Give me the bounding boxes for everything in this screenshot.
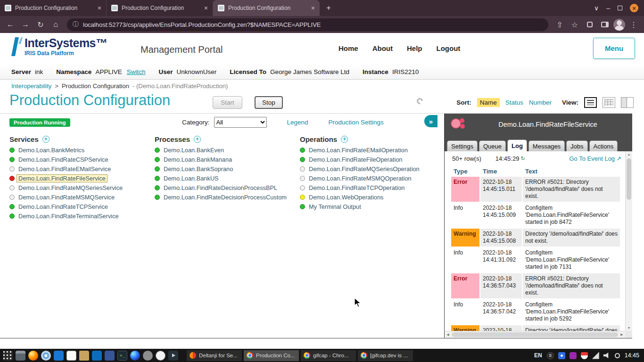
legend-link[interactable]: Legend [287,119,308,126]
gimp-icon[interactable] [143,351,153,361]
bookmark-star-icon[interactable]: ☆ [568,18,581,31]
config-item[interactable]: Demo.Loan.FindRateFileOperation [300,155,444,164]
media-icon[interactable] [168,351,178,361]
home-button[interactable]: ⌂ [49,18,62,31]
config-item[interactable]: Demo.Loan.FindRateMSMQOperation [300,173,444,183]
tab-close-icon[interactable]: × [204,4,208,12]
chat-icon[interactable] [570,352,577,359]
window-maximize-button[interactable] [618,6,622,10]
view-grid-icon[interactable] [603,97,615,108]
menu-button[interactable]: Menu [593,38,635,59]
extensions-icon[interactable] [583,18,596,31]
panel-tab-messages[interactable]: Messages [528,140,565,151]
language-indicator[interactable]: EN [534,352,542,359]
tab-search-chevron-icon[interactable]: ∨ [594,5,599,11]
start-button[interactable]: Start [213,96,242,109]
taskbar-window[interactable]: Production Co... [244,350,299,361]
sort-number[interactable]: Number [529,99,552,106]
mail-icon[interactable] [54,351,64,361]
add-processes-icon[interactable]: + [194,136,201,143]
tab-close-icon[interactable]: × [98,4,101,12]
sort-name[interactable]: Name [477,98,500,107]
browser-tab[interactable]: Production Configuration× [213,0,320,16]
config-item[interactable]: Demo.Loan.FindRateTerminalService [9,211,155,221]
config-item[interactable]: Demo.Loan.FindRateDecisionProcessBPL [155,183,300,192]
nav-home[interactable]: Home [339,44,358,52]
config-item[interactable]: Demo.Loan.BankMetrics [9,145,155,155]
panel-vertical-scrollbar[interactable]: ▲ ▼ [625,151,632,331]
volume-icon[interactable] [603,352,611,359]
vertical-scroll-thumb[interactable] [627,158,631,200]
panel-tab-actions[interactable]: Actions [589,140,618,151]
forward-button[interactable]: → [19,18,32,31]
view-split-icon[interactable] [621,97,634,108]
nav-logout[interactable]: Logout [437,44,461,52]
nav-help[interactable]: Help [407,44,422,52]
config-item[interactable]: Demo.Loan.FindRateEMailService [9,164,155,173]
new-tab-button[interactable]: + [322,2,335,14]
production-settings-link[interactable]: Production Settings [329,119,384,126]
taskbar-window[interactable]: gifcap - Chro... [301,350,356,361]
panel-tab-settings[interactable]: Settings [447,140,478,151]
terminal-icon[interactable] [117,351,127,361]
add-services-icon[interactable]: + [42,136,50,143]
folder-icon[interactable] [79,351,89,361]
shield-icon[interactable] [581,352,588,359]
network-icon[interactable] [592,352,599,359]
scroll-down-icon[interactable]: ▼ [626,325,632,331]
config-item[interactable]: Demo.Loan.BankUS [155,173,300,183]
camera-icon[interactable] [558,352,565,359]
panel-tab-log[interactable]: Log [507,140,527,151]
screenshot-icon[interactable] [156,351,165,361]
config-item[interactable]: Demo.Loan.FindRateTCPService [9,202,155,211]
scroll-right-icon[interactable]: ▶ [619,333,625,337]
scroll-left-icon[interactable]: ◀ [445,333,451,337]
panel-horizontal-scrollbar[interactable]: ◀ ▶ [445,331,625,338]
config-item[interactable]: Demo.Loan.FindRateDecisionProcessCustom [155,192,300,202]
firefox-dev-icon[interactable] [130,351,140,361]
sort-status[interactable]: Status [505,99,523,106]
site-info-icon[interactable]: ⓘ [73,20,79,29]
nav-about[interactable]: About [372,44,393,52]
add-operations-icon[interactable]: + [341,136,348,143]
browser-tab[interactable]: Production Configuration× [0,0,107,16]
side-panel-icon[interactable] [598,18,611,31]
horizontal-scroll-thumb[interactable] [452,332,618,337]
config-item[interactable]: Demo.Loan.BankManana [155,155,300,164]
share-icon[interactable]: ⇧ [553,18,566,31]
window-minimize-button[interactable]: – [606,5,610,11]
show-apps-icon[interactable] [3,351,13,361]
panel-tab-queue[interactable]: Queue [479,140,506,151]
scroll-up-icon[interactable]: ▲ [626,151,632,157]
vscode-icon[interactable] [92,351,102,361]
view-list-icon[interactable] [584,97,597,108]
browser-tab[interactable]: Production Configuration× [107,0,213,16]
back-button[interactable]: ← [4,18,17,31]
config-item[interactable]: Demo.Loan.FindRateFileService [9,173,155,183]
panel-tab-jobs[interactable]: Jobs [566,140,587,151]
breadcrumb-interoperability[interactable]: Interoperability [11,82,51,90]
category-select[interactable]: All [214,117,267,128]
browser-menu-icon[interactable]: ⋮ [627,18,640,31]
power-icon[interactable] [615,353,620,358]
text-editor-icon[interactable] [66,351,76,361]
chromium-icon[interactable] [41,351,51,361]
switch-namespace-link[interactable]: Switch [127,68,146,75]
config-item[interactable]: My Terminal Output [300,202,444,211]
bluefish-icon[interactable] [105,351,115,361]
profile-avatar[interactable] [613,19,625,31]
collapse-panel-button[interactable]: » [424,115,438,127]
config-item[interactable]: Demo.Loan.FindRateTCPOperation [300,183,444,192]
firefox-icon[interactable] [28,351,38,361]
config-item[interactable]: Demo.Loan.FindRateMQSeriesOperation [300,164,444,173]
reload-button[interactable]: ↻ [34,18,47,31]
taskbar-window[interactable]: [gifcap.dev is ... [358,350,413,361]
address-bar[interactable]: ⓘ localhost:52773/csp/applive/EnsPortal.… [67,18,548,31]
files-icon[interactable] [16,351,25,361]
auto-refresh-icon[interactable]: ↻ [520,156,525,162]
config-item[interactable]: Demo.Loan.FindRateMQSeriesService [9,183,155,192]
taskbar-window[interactable]: Deltanji for Se... [187,350,242,361]
config-item[interactable]: Demo.Loan.FindRateCSPService [9,155,155,164]
stop-button[interactable]: Stop [255,96,283,109]
config-item[interactable]: Demo.Loan.WebOperations [300,192,444,202]
